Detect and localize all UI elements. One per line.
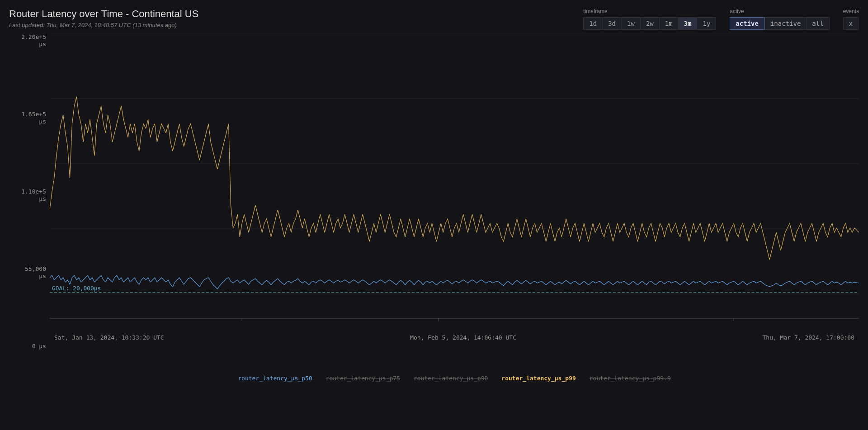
chart-title: Router Latency over Time - Continental U… bbox=[9, 8, 198, 20]
svg-text:GOAL: 20,000μs: GOAL: 20,000μs bbox=[52, 285, 101, 292]
legend-p99-9[interactable]: router_latency_μs_p99.9 bbox=[590, 375, 671, 382]
y-label-4: 0 μs bbox=[9, 343, 50, 350]
btn-2w[interactable]: 2w bbox=[640, 17, 659, 30]
x-label-1: Mon, Feb 5, 2024, 14:06:40 UTC bbox=[410, 334, 516, 341]
timeframe-buttons: 1d 3d 1w 2w 1m 3m 1y bbox=[583, 17, 716, 30]
x-label-2: Thu, Mar 7, 2024, 17:00:00 bbox=[762, 334, 854, 341]
timeframe-label: timeframe bbox=[583, 8, 607, 14]
y-label-1: 1.65e+5μs bbox=[9, 111, 50, 125]
legend: router_latency_μs_p50 router_latency_μs_… bbox=[50, 375, 859, 382]
btn-x[interactable]: x bbox=[843, 17, 859, 30]
x-axis-labels: Sat, Jan 13, 2024, 10:33:20 UTC Mon, Feb… bbox=[50, 334, 859, 341]
btn-1w[interactable]: 1w bbox=[621, 17, 640, 30]
events-buttons: x bbox=[843, 17, 859, 30]
main-container: Router Latency over Time - Continental U… bbox=[0, 0, 868, 430]
events-group: events x bbox=[843, 8, 859, 30]
btn-1m[interactable]: 1m bbox=[659, 17, 678, 30]
title-area: Router Latency over Time - Continental U… bbox=[9, 8, 198, 28]
btn-inactive[interactable]: inactive bbox=[764, 17, 806, 30]
btn-3d[interactable]: 3d bbox=[602, 17, 621, 30]
y-axis: 2.20e+5μs 1.65e+5μs 1.10e+5μs 55,000μs 0… bbox=[9, 33, 50, 350]
y-label-3: 55,000μs bbox=[9, 265, 50, 279]
chart-svg: GOAL: 20,000μs bbox=[50, 33, 859, 359]
chart-area: 2.20e+5μs 1.65e+5μs 1.10e+5μs 55,000μs 0… bbox=[9, 33, 859, 386]
legend-p90[interactable]: router_latency_μs_p90 bbox=[414, 375, 488, 382]
active-group: active active inactive all bbox=[730, 8, 829, 30]
events-label: events bbox=[843, 8, 859, 14]
y-label-2: 1.10e+5μs bbox=[9, 188, 50, 202]
active-buttons: active inactive all bbox=[730, 17, 829, 30]
x-label-0: Sat, Jan 13, 2024, 10:33:20 UTC bbox=[54, 334, 164, 341]
controls-area: timeframe 1d 3d 1w 2w 1m 3m 1y active ac… bbox=[583, 8, 859, 30]
active-label: active bbox=[730, 8, 744, 14]
btn-1y[interactable]: 1y bbox=[697, 17, 716, 30]
btn-active[interactable]: active bbox=[730, 17, 764, 30]
timeframe-group: timeframe 1d 3d 1w 2w 1m 3m 1y bbox=[583, 8, 716, 30]
header: Router Latency over Time - Continental U… bbox=[9, 8, 859, 30]
btn-1d[interactable]: 1d bbox=[583, 17, 602, 30]
btn-all[interactable]: all bbox=[806, 17, 829, 30]
subtitle: Last updated: Thu, Mar 7, 2024, 18:48:57… bbox=[9, 22, 198, 28]
btn-3m[interactable]: 3m bbox=[678, 17, 697, 30]
y-label-0: 2.20e+5μs bbox=[9, 33, 50, 47]
legend-p75[interactable]: router_latency_μs_p75 bbox=[326, 375, 400, 382]
legend-p50[interactable]: router_latency_μs_p50 bbox=[238, 375, 312, 382]
legend-p99[interactable]: router_latency_μs_p99 bbox=[501, 375, 576, 382]
